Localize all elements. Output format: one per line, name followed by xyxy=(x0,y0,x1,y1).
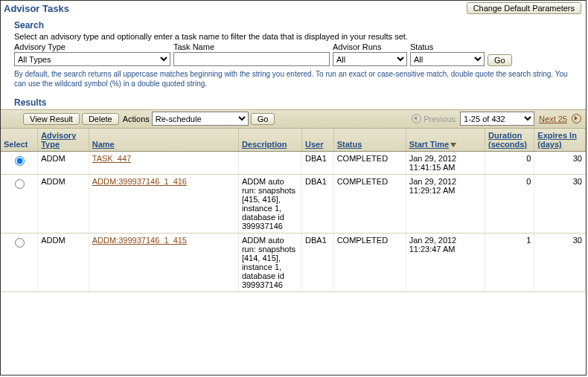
col-advisory-type[interactable]: Advisory Type xyxy=(38,129,89,152)
cell-user: DBA1 xyxy=(302,152,334,175)
row-select-radio[interactable] xyxy=(15,156,25,166)
change-default-parameters-button[interactable]: Change Default Parameters xyxy=(467,2,581,14)
cell-status: COMPLETED xyxy=(333,233,406,292)
sort-desc-icon xyxy=(450,143,456,147)
advisory-type-label: Advisory Type xyxy=(14,42,170,52)
col-status[interactable]: Status xyxy=(333,129,406,152)
cell-duration: 0 xyxy=(485,175,534,233)
cell-description xyxy=(238,152,301,175)
cell-type: ADDM xyxy=(38,152,89,175)
cell-start-time: Jan 29, 2012 11:29:12 AM xyxy=(406,175,485,233)
actions-go-button[interactable]: Go xyxy=(251,113,275,125)
table-row: ADDMADDM:399937146_1_416ADDM auto run: s… xyxy=(1,175,586,233)
col-start-time[interactable]: Start Time xyxy=(406,129,485,152)
status-select[interactable]: All xyxy=(410,52,485,66)
col-duration[interactable]: Duration (seconds) xyxy=(485,129,534,152)
cell-status: COMPLETED xyxy=(333,152,406,175)
range-select[interactable]: 1-25 of 432 xyxy=(460,112,534,126)
advisor-runs-select[interactable]: All xyxy=(333,52,407,66)
search-instruction: Select an advisory type and optionally e… xyxy=(1,30,586,41)
cell-description: ADDM auto run: snapshots [414, 415], ins… xyxy=(238,233,301,292)
cell-status: COMPLETED xyxy=(333,175,406,233)
cell-description: ADDM auto run: snapshots [415, 416], ins… xyxy=(238,175,301,233)
col-name[interactable]: Name xyxy=(89,129,238,152)
cell-expires: 30 xyxy=(534,152,586,175)
cell-duration: 1 xyxy=(485,233,534,292)
cell-user: DBA1 xyxy=(302,175,334,233)
delete-button[interactable]: Delete xyxy=(82,113,119,125)
col-expires[interactable]: Expires In (days) xyxy=(534,129,586,152)
task-name-link[interactable]: ADDM:399937146_1_416 xyxy=(92,177,187,186)
cell-type: ADDM xyxy=(38,233,89,292)
table-row: ADDMADDM:399937146_1_415ADDM auto run: s… xyxy=(1,233,586,292)
search-note: By default, the search returns all upper… xyxy=(1,66,586,93)
row-select-radio[interactable] xyxy=(15,179,25,189)
cell-expires: 30 xyxy=(534,233,586,292)
actions-label: Actions xyxy=(123,115,150,123)
search-go-button[interactable]: Go xyxy=(488,54,512,66)
status-label: Status xyxy=(410,42,485,52)
advisor-runs-label: Advisor Runs xyxy=(333,42,407,52)
view-result-button[interactable]: View Result xyxy=(23,113,80,125)
cell-start-time: Jan 29, 2012 11:23:47 AM xyxy=(406,233,485,292)
cell-start-time: Jan 29, 2012 11:41:15 AM xyxy=(406,152,485,175)
actions-select[interactable]: Re-schedule xyxy=(152,112,249,126)
task-name-link[interactable]: ADDM:399937146_1_415 xyxy=(92,236,187,245)
page-title: Advisor Tasks xyxy=(4,3,69,14)
cell-user: DBA1 xyxy=(302,233,334,292)
next-icon[interactable] xyxy=(572,114,581,123)
cell-expires: 30 xyxy=(534,175,586,233)
table-row: ADDMTASK_447DBA1COMPLETEDJan 29, 2012 11… xyxy=(1,152,586,175)
next-link[interactable]: Next 25 xyxy=(539,115,567,123)
results-table: Select Advisory Type Name Description Us… xyxy=(1,129,586,292)
search-heading: Search xyxy=(1,16,586,30)
task-name-input[interactable] xyxy=(173,52,330,66)
col-description[interactable]: Description xyxy=(238,129,301,152)
task-name-link[interactable]: TASK_447 xyxy=(92,154,131,163)
col-user[interactable]: User xyxy=(302,129,334,152)
row-select-radio[interactable] xyxy=(15,238,25,248)
advisory-type-select[interactable]: All Types xyxy=(14,52,170,66)
task-name-label: Task Name xyxy=(173,42,330,52)
cell-duration: 0 xyxy=(485,152,534,175)
previous-label: Previous xyxy=(424,115,456,123)
results-heading: Results xyxy=(1,93,586,109)
cell-type: ADDM xyxy=(38,175,89,233)
col-select: Select xyxy=(1,129,38,152)
previous-icon xyxy=(412,114,421,123)
